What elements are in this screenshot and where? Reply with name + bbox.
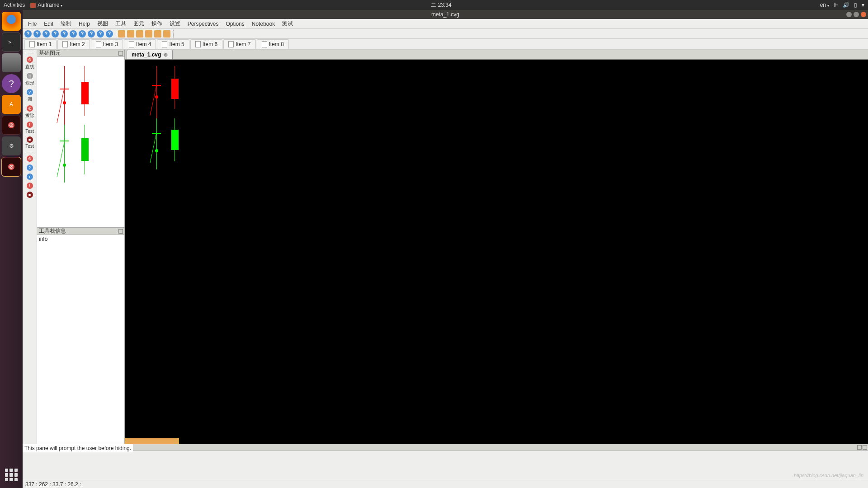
toolbar-help-10[interactable]: ? <box>106 30 113 38</box>
tool-secondary[interactable]: ■ <box>24 191 36 199</box>
launcher-terminal[interactable]: >_ <box>2 33 21 52</box>
tool-sidebar: ⊖直线░矩形?圆⊘擦除!Test■Test⊖?i!■ <box>23 50 37 371</box>
tab-label: Item 1 <box>37 41 52 47</box>
tool-圆[interactable]: ?圆 <box>24 88 36 103</box>
drawing-canvas[interactable] <box>125 60 658 371</box>
toolbar-group-help: ? ? ? ? ? ? ? ? ? ? <box>24 30 116 38</box>
file-icon <box>195 41 201 47</box>
canvas-tab[interactable]: meta_1.cvg ⊗ <box>127 50 173 59</box>
preview-panel[interactable] <box>37 57 124 228</box>
menu-edit[interactable]: Edit <box>40 19 57 28</box>
tool-icon: ? <box>27 89 33 95</box>
toolbar-folder-4[interactable] <box>145 30 152 38</box>
ubuntu-launcher: >_ ? A ⊘ ⚙ ⊘ <box>0 10 23 371</box>
tool-icon: ⊘ <box>27 105 33 112</box>
launcher-files[interactable] <box>2 53 21 72</box>
tab-item[interactable]: Item 2 <box>57 39 90 49</box>
toolbar-help-6[interactable]: ? <box>70 30 77 38</box>
launcher-help[interactable]: ? <box>2 74 21 93</box>
item-tabbar: Item 1Item 2Item 3Item 4Item 5Item 6Item… <box>23 39 658 50</box>
menu-notebook[interactable]: Notebook <box>248 19 278 28</box>
preview-maximize-icon[interactable] <box>118 51 123 56</box>
toolbar-help-4[interactable]: ? <box>52 30 59 38</box>
toolbar-help-7[interactable]: ? <box>79 30 86 38</box>
launcher-app-b[interactable]: ⊘ <box>2 157 21 176</box>
toolbar-help-1[interactable]: ? <box>24 30 32 38</box>
info-panel: info <box>37 235 124 371</box>
tool-label: Test <box>25 144 33 149</box>
tool-secondary[interactable]: ? <box>24 164 36 172</box>
tab-label: Item 7 <box>236 41 250 47</box>
tool-label: 圆 <box>28 96 32 103</box>
tab-item[interactable]: Item 3 <box>91 39 123 49</box>
menu-工具[interactable]: 工具 <box>112 19 130 29</box>
window-titlebar: meta_1.cvg <box>23 10 658 19</box>
canvas-area: meta_1.cvg ⊗ <box>125 50 658 371</box>
tab-label: Item 8 <box>269 41 284 47</box>
tool-Test[interactable]: !Test <box>24 121 36 135</box>
tool-擦除[interactable]: ⊘擦除 <box>24 104 36 120</box>
tool-icon: ? <box>27 164 33 171</box>
tab-label: Item 4 <box>136 41 151 47</box>
launcher-firefox[interactable] <box>2 12 21 31</box>
app-window: meta_1.cvg FileEdit绘制Help视图工具图元操作设置Persp… <box>23 10 658 371</box>
info-panel-title: 工具栈信息 <box>39 227 66 235</box>
file-icon <box>162 41 167 47</box>
toolbar-help-5[interactable]: ? <box>61 30 68 38</box>
toolbar-help-8[interactable]: ? <box>88 30 95 38</box>
clock[interactable]: 二 23:34 <box>431 2 451 8</box>
tab-item[interactable]: Item 6 <box>190 39 222 49</box>
info-maximize-icon[interactable] <box>118 229 123 234</box>
activities-button[interactable]: Activities <box>4 2 25 8</box>
tab-item[interactable]: Item 5 <box>157 39 189 49</box>
menu-设置[interactable]: 设置 <box>166 19 184 29</box>
tab-item[interactable]: Item 4 <box>124 39 156 49</box>
toolbar-help-9[interactable]: ? <box>97 30 104 38</box>
toolbar-help-3[interactable]: ? <box>42 30 50 38</box>
tool-secondary[interactable]: ⊖ <box>24 155 36 163</box>
tool-label: 擦除 <box>25 113 34 119</box>
tab-item[interactable]: Item 8 <box>257 39 289 49</box>
menu-perspectives[interactable]: Perspectives <box>184 19 222 28</box>
canvas-tabbar: meta_1.cvg ⊗ <box>125 50 658 60</box>
menu-help[interactable]: Help <box>75 19 94 28</box>
tool-icon: ■ <box>27 136 33 143</box>
toolbar-folder-2[interactable] <box>127 30 134 38</box>
menu-file[interactable]: File <box>24 19 40 28</box>
toolbar: ? ? ? ? ? ? ? ? ? ? <box>23 29 658 39</box>
tab-label: Item 5 <box>169 41 184 47</box>
info-panel-header: 工具栈信息 <box>37 228 124 235</box>
info-text: info <box>39 236 47 242</box>
tool-矩形[interactable]: ░矩形 <box>24 72 36 87</box>
preview-panel-header: 基础图元 <box>37 50 124 57</box>
tool-label: 直线 <box>25 64 34 70</box>
menu-视图[interactable]: 视图 <box>94 19 112 29</box>
menu-测试[interactable]: 测试 <box>278 19 297 29</box>
tool-icon: i <box>27 174 33 180</box>
tool-secondary[interactable]: ! <box>24 182 36 190</box>
menu-图元[interactable]: 图元 <box>130 19 148 29</box>
toolbar-folder-6[interactable] <box>163 30 170 38</box>
app-menu[interactable]: Auiframe▾ <box>30 2 62 8</box>
tab-item[interactable]: Item 7 <box>223 39 255 49</box>
close-icon[interactable]: ⊗ <box>164 52 168 58</box>
toolbar-help-2[interactable]: ? <box>33 30 41 38</box>
toolbar-folder-5[interactable] <box>154 30 161 38</box>
toolbar-folder-1[interactable] <box>118 30 125 38</box>
launcher-app-a[interactable]: ⊘ <box>2 116 21 135</box>
tool-icon: ⊖ <box>27 56 33 63</box>
tool-直线[interactable]: ⊖直线 <box>24 56 36 71</box>
menu-绘制[interactable]: 绘制 <box>57 19 75 29</box>
tool-icon: ! <box>27 183 33 189</box>
file-icon <box>262 41 267 47</box>
launcher-software[interactable]: A <box>2 95 21 114</box>
tab-item[interactable]: Item 1 <box>24 39 57 49</box>
toolbar-folder-3[interactable] <box>136 30 143 38</box>
file-icon <box>96 41 101 47</box>
menu-options[interactable]: Options <box>222 19 248 28</box>
tool-Test[interactable]: ■Test <box>24 136 36 150</box>
tab-label: Item 6 <box>203 41 217 47</box>
menu-操作[interactable]: 操作 <box>148 19 166 29</box>
launcher-settings[interactable]: ⚙ <box>2 136 21 155</box>
tool-secondary[interactable]: i <box>24 173 36 181</box>
